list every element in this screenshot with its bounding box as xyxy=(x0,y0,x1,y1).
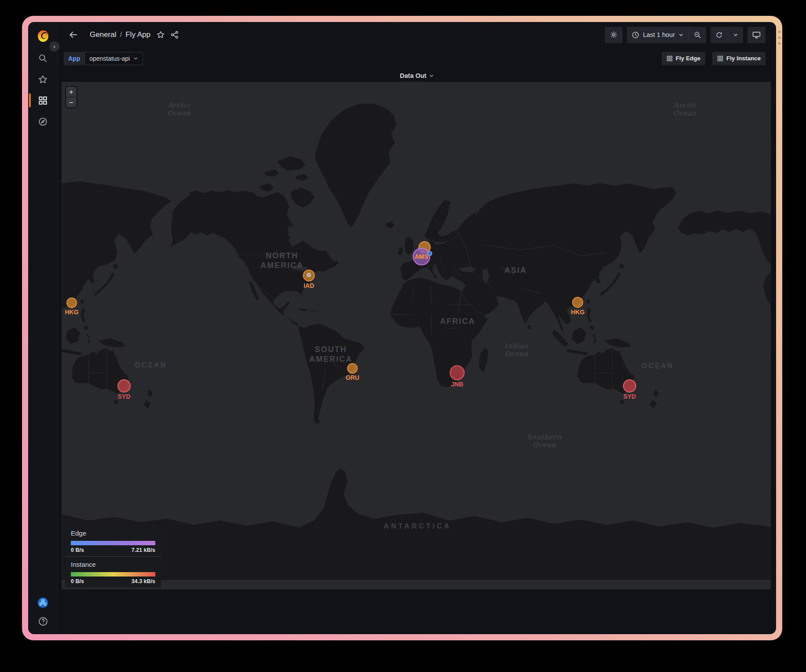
legend-gradient-bar xyxy=(71,541,155,545)
map-marker-label-edge-ams: AMS xyxy=(414,253,428,260)
map-marker-label-edge-gru: GRU xyxy=(345,374,359,381)
map-zoom-controls: + − xyxy=(65,86,77,108)
legend-max-value: 7.21 kB/s xyxy=(132,547,155,553)
compass-icon xyxy=(38,117,48,126)
map-marker-instance-iad[interactable] xyxy=(307,273,311,277)
apps-grid-icon xyxy=(667,55,673,62)
chevron-right-icon: › xyxy=(54,44,55,50)
fly-edge-label: Fly Edge xyxy=(676,55,700,62)
zoom-out-icon xyxy=(694,31,701,39)
greenland-landmass xyxy=(315,103,397,228)
refresh-icon xyxy=(715,31,723,39)
refresh-group xyxy=(711,27,743,43)
legend-max-value: 34.3 kB/s xyxy=(132,578,155,584)
map-marker-edge-syd[interactable] xyxy=(623,380,636,392)
kiosk-mode-button[interactable] xyxy=(747,27,766,43)
map-marker-label-edge-hkg: HKG xyxy=(571,308,584,316)
breadcrumb-page[interactable]: Fly App xyxy=(125,30,150,39)
legend-min-value: 0 B/s xyxy=(71,547,84,553)
sidebar-item-starred[interactable] xyxy=(28,70,58,89)
active-indicator xyxy=(29,93,31,107)
map-marker-label-edge-jnb: JNB xyxy=(451,381,463,388)
breadcrumb: General / Fly App xyxy=(90,30,150,39)
legend-title: Edge xyxy=(71,529,155,537)
legend-range: 0 B/s34.3 kB/s xyxy=(71,578,155,584)
apps-grid-icon xyxy=(717,55,723,62)
star-icon xyxy=(38,75,48,84)
map-marker-edge-hkg[interactable] xyxy=(573,297,583,308)
time-range-group: Last 1 hour xyxy=(627,27,706,43)
back-arrow-icon[interactable] xyxy=(69,30,78,40)
clock-icon xyxy=(632,31,639,39)
map-marker-label-edge-syd-west: SYD xyxy=(118,393,131,400)
dashboard-settings-button[interactable] xyxy=(605,27,623,43)
profile-avatar xyxy=(37,597,49,609)
refresh-interval-dropdown[interactable] xyxy=(728,27,743,43)
legend-title: Instance xyxy=(71,561,155,568)
chevron-down-icon xyxy=(733,32,738,37)
sidebar-expand-button[interactable]: › xyxy=(48,40,60,52)
share-icon[interactable] xyxy=(171,31,179,39)
sidebar: › xyxy=(28,22,58,634)
map-marker-instance-ams[interactable] xyxy=(428,252,432,256)
fly-instance-label: Fly Instance xyxy=(726,55,761,62)
legend-min-value: 0 B/s xyxy=(71,578,84,584)
chevron-down-icon xyxy=(678,32,684,37)
legend-section-edge: Edge0 B/s7.21 kB/s xyxy=(65,525,161,556)
asia-wrap-landmass xyxy=(62,181,172,311)
search-icon xyxy=(38,54,48,63)
world-map: AMSIADHKGHKGGRUJNBSYDSYD xyxy=(62,82,771,589)
star-icon[interactable] xyxy=(157,31,165,39)
legend-gradient-bar xyxy=(71,572,155,577)
time-range-label: Last 1 hour xyxy=(643,31,675,38)
time-zoom-out-button[interactable] xyxy=(689,27,706,43)
refresh-button[interactable] xyxy=(711,27,728,43)
chevron-down-icon xyxy=(133,56,138,61)
grafana-logo-icon xyxy=(37,29,50,43)
map-marker-edge-jnb[interactable] xyxy=(450,366,464,380)
legend-range: 0 B/s7.21 kB/s xyxy=(71,547,155,553)
map-marker-edge-gru[interactable] xyxy=(348,364,357,373)
fly-edge-link[interactable]: Fly Edge xyxy=(662,52,705,65)
window-frame: › xyxy=(22,16,782,640)
map-zoom-out-button[interactable]: − xyxy=(66,97,77,107)
sidebar-item-dashboards[interactable] xyxy=(28,91,58,110)
map-marker-label-edge-iad: IAD xyxy=(304,282,314,289)
frame-dots xyxy=(778,31,780,44)
map-legend: Edge0 B/s7.21 kB/sInstance0 B/s34.3 kB/s xyxy=(65,525,161,588)
gear-icon xyxy=(610,31,618,39)
breadcrumb-section[interactable]: General xyxy=(90,30,116,39)
map-marker-label-edge-hkg-west: HKG xyxy=(65,308,78,316)
legend-section-instance: Instance0 B/s34.3 kB/s xyxy=(65,556,161,588)
top-navigation: General / Fly App xyxy=(58,22,776,48)
variable-value-dropdown[interactable]: openstatus-api xyxy=(84,52,143,65)
dashboard-submenu: App openstatus-api Fly Edge xyxy=(58,48,776,69)
sidebar-item-help[interactable] xyxy=(28,612,58,631)
panel-title-menu[interactable]: Data Out xyxy=(58,69,776,82)
geomap-panel[interactable]: AMSIADHKGHKGGRUJNBSYDSYD Arctic OceanArc… xyxy=(62,82,771,589)
help-icon xyxy=(38,617,48,626)
dashboards-icon xyxy=(38,96,48,105)
panel-title: Data Out xyxy=(400,72,426,79)
north-america-landmass xyxy=(170,190,339,327)
time-range-picker[interactable]: Last 1 hour xyxy=(627,27,689,43)
variable-label: App xyxy=(64,52,84,65)
breadcrumb-separator: / xyxy=(120,30,122,39)
grafana-app-window: › xyxy=(28,22,776,634)
chevron-down-icon xyxy=(429,73,434,78)
fly-instance-link[interactable]: Fly Instance xyxy=(712,52,766,65)
map-marker-edge-syd-west[interactable] xyxy=(118,380,130,392)
variable-value: openstatus-api xyxy=(89,55,130,62)
sidebar-item-explore[interactable] xyxy=(28,112,58,131)
antarctica-landmass xyxy=(62,468,771,580)
tv-icon xyxy=(752,31,761,39)
map-marker-edge-hkg-west[interactable] xyxy=(67,298,77,308)
sidebar-item-profile[interactable] xyxy=(28,593,58,612)
map-zoom-in-button[interactable]: + xyxy=(66,87,77,97)
map-marker-label-edge-syd: SYD xyxy=(623,393,636,400)
